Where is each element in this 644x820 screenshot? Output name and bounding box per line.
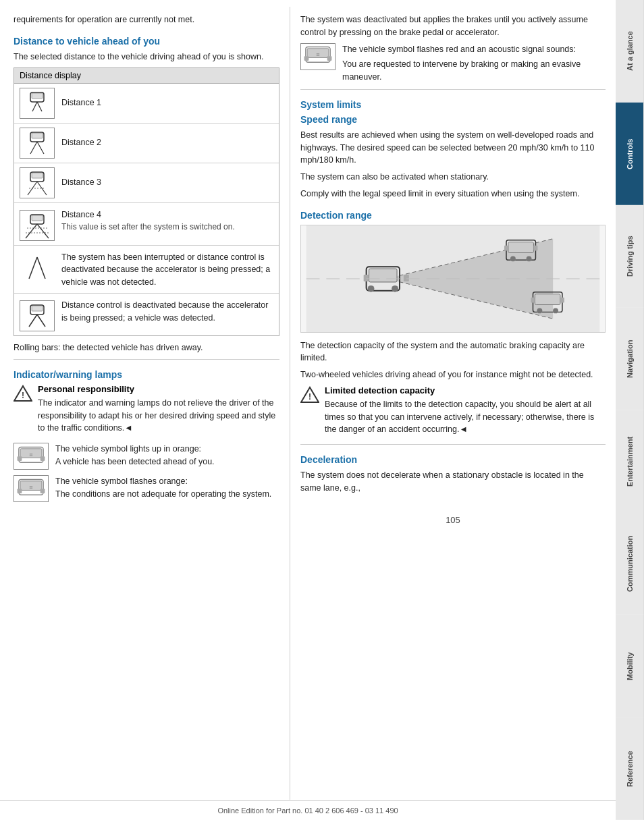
- svg-line-2: [32, 102, 37, 111]
- detection-body2: Two-wheeled vehicles driving ahead of yo…: [300, 368, 606, 381]
- svg-line-19: [29, 257, 37, 279]
- sidebar-item-mobility[interactable]: Mobility: [616, 615, 644, 717]
- table-row: Distance 4 This value is set after the s…: [14, 203, 279, 246]
- svg-rect-30: [41, 456, 45, 461]
- right-column: The system was deactivated but applies t…: [290, 7, 616, 800]
- svg-rect-29: [18, 456, 22, 461]
- svg-text:!: !: [308, 392, 311, 402]
- distance-table-header: Distance display: [14, 68, 279, 84]
- distance-3-icon: [20, 167, 55, 198]
- svg-line-20: [37, 257, 45, 279]
- table-row: The system has been interrupted or dista…: [14, 246, 279, 294]
- svg-rect-54: [504, 245, 508, 250]
- page-number-area: 105: [300, 515, 606, 525]
- table-row: Distance control is deactivated because …: [14, 294, 279, 335]
- svg-line-7: [37, 142, 44, 154]
- svg-point-63: [553, 308, 558, 313]
- svg-point-51: [392, 285, 398, 292]
- personal-responsibility-text: Personal responsibility The indicator an…: [38, 384, 279, 439]
- svg-point-56: [510, 256, 516, 261]
- svg-line-24: [37, 315, 45, 327]
- distance-4-sub: This value is set after the system is sw…: [61, 221, 235, 233]
- table-row: Distance 1: [14, 84, 279, 124]
- detection-range-diagram: [300, 225, 606, 333]
- svg-line-15: [26, 224, 37, 238]
- left-column: requirements for operation are currently…: [0, 7, 290, 800]
- svg-rect-60: [531, 297, 535, 302]
- detection-range-title: Detection range: [300, 210, 606, 221]
- svg-rect-53: [508, 242, 534, 252]
- warning-triangle-icon: !: [14, 384, 32, 403]
- svg-rect-22: [32, 306, 43, 311]
- svg-text:≡: ≡: [29, 484, 32, 491]
- distance-deactivated-icon: [20, 300, 55, 331]
- svg-rect-5: [32, 133, 43, 138]
- sidebar-item-communication[interactable]: Communication: [616, 512, 644, 615]
- distance-2-icon: [20, 128, 55, 159]
- distance-4-label: Distance 4: [61, 209, 235, 221]
- vehicle-orange-flashing-icon: ≡: [14, 475, 49, 502]
- sidebar-item-driving-tips[interactable]: Driving tips: [616, 205, 644, 308]
- personal-responsibility-body: The indicator and warning lamps do not r…: [38, 397, 279, 435]
- svg-point-57: [527, 256, 532, 261]
- vehicle-red-flash-icon: ≡: [300, 43, 336, 70]
- svg-rect-1: [32, 93, 43, 99]
- svg-line-6: [30, 142, 37, 154]
- svg-rect-39: [304, 56, 309, 61]
- svg-rect-35: [41, 489, 45, 493]
- svg-text:≡: ≡: [316, 52, 319, 59]
- svg-point-50: [368, 285, 375, 292]
- distance-4-icon: [20, 210, 55, 241]
- orange-secondary-2: The conditions are not adequate for oper…: [55, 488, 271, 501]
- svg-rect-49: [404, 275, 409, 281]
- sidebar-item-entertainment[interactable]: Entertainment: [616, 410, 644, 513]
- speed-range-body3: Comply with the legal speed limit in eve…: [300, 188, 606, 200]
- indicator-warning-title: Indicator/warning lamps: [14, 369, 279, 380]
- orange-primary-1: The vehicle symbol lights up in orange:: [55, 443, 215, 456]
- speed-range-body2: The system can also be activated when st…: [300, 171, 606, 184]
- sidebar-item-reference[interactable]: Reference: [616, 717, 644, 820]
- orange-symbol-row-2: ≡ The vehicle symbol flashes orange: The…: [14, 475, 279, 502]
- intro-text: requirements for operation are currently…: [14, 13, 279, 26]
- svg-line-23: [29, 315, 37, 327]
- limited-detection-label: Limited detection capacity: [325, 385, 435, 395]
- orange-symbol-text-1: The vehicle symbol lights up in orange: …: [55, 443, 215, 468]
- svg-text:≡: ≡: [29, 452, 32, 458]
- limited-detection-text: Limited detection capacity Because of th…: [325, 385, 606, 440]
- table-row: Distance 2: [14, 124, 279, 163]
- distance-table: Distance display Distance 1: [14, 67, 279, 336]
- distance-deactivated-text: Distance control is deactivated because …: [61, 299, 273, 325]
- distance-3-label: Distance 3: [61, 176, 101, 189]
- vehicle-orange-detected-icon: ≡: [14, 443, 49, 470]
- sidebar-item-at-a-glance[interactable]: At a glance: [616, 0, 644, 103]
- svg-point-62: [537, 308, 542, 313]
- limited-detection-block: ! Limited detection capacity Because of …: [300, 385, 606, 440]
- distance-to-vehicle-body: The selected distance to the vehicle dri…: [14, 51, 279, 63]
- table-row: Distance 3: [14, 163, 279, 203]
- svg-text:!: !: [22, 391, 24, 400]
- svg-line-3: [37, 102, 42, 111]
- red-flash-primary: The vehicle symbol flashes red and an ac…: [342, 43, 606, 56]
- sidebar-item-controls[interactable]: Controls: [616, 103, 644, 205]
- svg-rect-55: [533, 245, 537, 250]
- svg-rect-61: [560, 297, 564, 302]
- orange-symbol-row-1: ≡ The vehicle symbol lights up in orange…: [14, 443, 279, 470]
- system-limits-title: System limits: [300, 99, 606, 110]
- red-flash-block: ≡ The vehicle symbol flashes red and an …: [300, 43, 606, 84]
- svg-rect-14: [32, 215, 43, 221]
- sidebar-item-navigation[interactable]: Navigation: [616, 308, 644, 410]
- deceleration-body1: The system does not decelerate when a st…: [300, 469, 606, 495]
- detection-body1: The detection capacity of the system and…: [300, 339, 606, 365]
- svg-rect-59: [535, 294, 560, 304]
- svg-rect-40: [327, 56, 332, 61]
- speed-range-body1: Best results are achieved when using the…: [300, 129, 606, 167]
- online-edition-text: Online Edition for Part no. 01 40 2 606 …: [14, 807, 602, 815]
- svg-line-11: [37, 182, 47, 195]
- deceleration-title: Deceleration: [300, 454, 606, 465]
- limited-detection-warning-icon: !: [300, 385, 319, 404]
- page-number: 105: [446, 515, 460, 525]
- sidebar: At a glance Controls Driving tips Naviga…: [616, 0, 644, 820]
- svg-line-16: [37, 224, 49, 238]
- red-flash-secondary: You are requested to intervene by brakin…: [342, 58, 606, 84]
- distance-to-vehicle-title: Distance to vehicle ahead of you: [14, 36, 279, 47]
